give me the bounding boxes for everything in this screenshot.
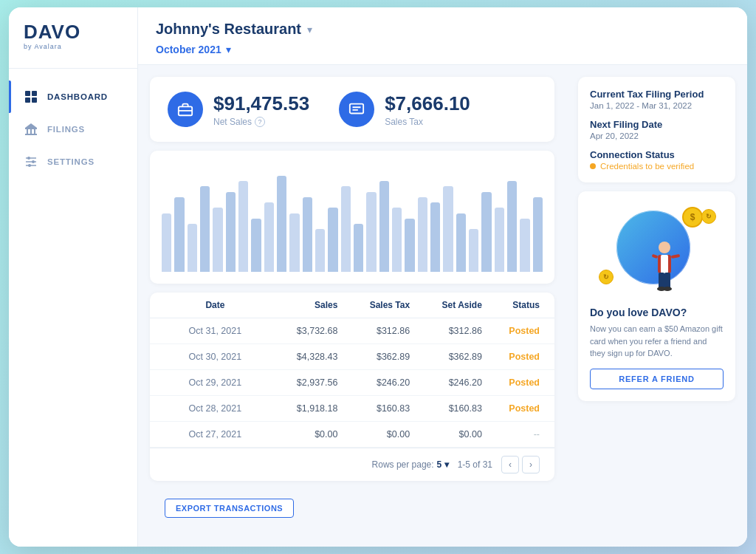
chart-bar — [277, 176, 286, 272]
chart-bar — [303, 197, 312, 272]
chart-bar — [507, 181, 517, 272]
right-panel: Current Tax Filing Period Jan 1, 2022 - … — [566, 65, 747, 547]
sales-tax-stat: $7,666.10 Sales Tax — [339, 92, 470, 127]
period-label: October 2021 — [156, 44, 221, 55]
chart-bar — [392, 208, 402, 272]
col-status: Status — [482, 300, 540, 310]
row-date: Oct 30, 2021 — [165, 352, 266, 362]
period-chevron-icon: ▾ — [226, 44, 231, 55]
small-coin2-icon: ↻ — [701, 209, 716, 224]
sales-tax-value: $7,666.10 — [385, 92, 470, 115]
chart-bar — [264, 202, 274, 272]
row-status: Posted — [482, 326, 540, 336]
net-sales-value: $91,475.53 — [213, 92, 309, 115]
next-filing-value: Apr 20, 2022 — [590, 131, 724, 140]
current-period-section: Current Tax Filing Period Jan 1, 2022 - … — [590, 89, 724, 110]
sidebar-item-settings[interactable]: SETTINGS — [9, 146, 137, 178]
connection-title: Connection Status — [590, 149, 724, 160]
svg-rect-24 — [659, 273, 664, 289]
promo-title: Do you love DAVO? — [590, 307, 724, 318]
chart-bar — [443, 186, 453, 272]
sales-tax-label: Sales Tax — [385, 117, 470, 127]
dashboard-label: DASHBOARD — [47, 92, 108, 101]
chart-bar — [354, 224, 363, 272]
nav-menu: DASHBOARD FILINGS — [9, 69, 137, 190]
filings-label: FILINGS — [47, 125, 85, 134]
row-set-aside: $362.89 — [410, 352, 482, 362]
svg-rect-28 — [651, 254, 658, 259]
export-area: EXPORT TRANSACTIONS — [150, 490, 554, 527]
promo-description: Now you can earn a $50 Amazon gift card … — [590, 323, 724, 360]
main-content: Johnny's Restaurant ▾ October 2021 ▾ — [138, 7, 747, 547]
row-set-aside: $312.86 — [410, 326, 482, 336]
prev-page-button[interactable]: ‹ — [501, 456, 519, 473]
row-date: Oct 31, 2021 — [165, 326, 266, 336]
chart-bar — [469, 229, 478, 272]
sidebar-item-dashboard[interactable]: DASHBOARD — [9, 81, 137, 113]
table-row: Oct 28, 2021 $1,918.18 $160.83 $160.83 P… — [150, 396, 554, 422]
sidebar-item-filings[interactable]: FILINGS — [9, 113, 137, 146]
period-selector[interactable]: October 2021 ▾ — [156, 44, 729, 55]
chart-bar — [520, 219, 529, 272]
main-coin-icon: $ — [682, 207, 703, 228]
connection-section: Connection Status Credentials to be veri… — [590, 149, 724, 171]
row-status: Posted — [482, 403, 540, 414]
content-area: $91,475.53 Net Sales ? — [138, 65, 747, 547]
svg-point-27 — [663, 287, 672, 291]
row-sales: $2,937.56 — [266, 377, 338, 388]
refer-friend-button[interactable]: REFER A FRIEND — [590, 369, 724, 389]
chart-bar — [174, 197, 184, 272]
row-date: Oct 28, 2021 — [165, 403, 266, 414]
svg-point-15 — [28, 164, 31, 167]
chart-bar — [366, 192, 376, 272]
svg-rect-5 — [27, 129, 28, 134]
next-page-button[interactable]: › — [522, 456, 540, 473]
row-sales-tax: $246.20 — [337, 377, 410, 388]
chart-card — [150, 151, 554, 284]
logo-area: DAVO by Avalara — [9, 7, 137, 69]
net-sales-info-icon[interactable]: ? — [255, 117, 265, 127]
table-row: Oct 27, 2021 $0.00 $0.00 $0.00 -- — [150, 422, 554, 448]
rows-per-page-value[interactable]: 5 ▾ — [437, 459, 449, 470]
chart-bar — [456, 213, 466, 272]
col-sales: Sales — [266, 300, 338, 310]
row-set-aside: $246.20 — [410, 377, 482, 388]
chart-bar — [289, 213, 299, 272]
status-text: Credentials to be verified — [600, 162, 694, 171]
row-set-aside: $160.83 — [410, 403, 482, 414]
small-coin-icon: ↻ — [599, 270, 614, 284]
current-period-value: Jan 1, 2022 - Mar 31, 2022 — [590, 101, 724, 110]
tax-icon — [339, 92, 374, 127]
briefcase-icon — [168, 92, 203, 127]
chart-bar — [200, 186, 210, 272]
chart-bar — [405, 219, 414, 272]
chart-bar — [379, 181, 389, 272]
net-sales-label: Net Sales ? — [213, 117, 309, 127]
stats-card: $91,475.53 Net Sales ? — [150, 77, 554, 142]
table-row: Oct 29, 2021 $2,937.56 $246.20 $246.20 P… — [150, 370, 554, 396]
table-card: Date Sales Sales Tax Set Aside Status Oc… — [150, 293, 554, 481]
page-nav: ‹ › — [501, 456, 540, 473]
rows-per-page: Rows per page: 5 ▾ — [372, 459, 449, 470]
row-status: Posted — [482, 377, 540, 388]
chart-bar — [226, 192, 236, 272]
rows-per-page-label: Rows per page: — [372, 459, 434, 470]
restaurant-selector[interactable]: Johnny's Restaurant ▾ — [156, 21, 729, 38]
net-sales-stat: $91,475.53 Net Sales ? — [168, 92, 309, 127]
center-panel: $91,475.53 Net Sales ? — [138, 65, 566, 547]
grid-icon — [24, 89, 38, 104]
row-sales: $3,732.68 — [266, 326, 338, 336]
svg-rect-25 — [664, 273, 670, 289]
svg-rect-7 — [34, 129, 35, 134]
chart-bar — [251, 219, 261, 272]
table-row: Oct 30, 2021 $4,328.43 $362.89 $362.89 P… — [150, 344, 554, 370]
restaurant-name: Johnny's Restaurant — [156, 21, 301, 38]
export-transactions-button[interactable]: EXPORT TRANSACTIONS — [165, 499, 294, 518]
next-filing-section: Next Filing Date Apr 20, 2022 — [590, 119, 724, 140]
svg-rect-29 — [670, 254, 680, 259]
chart-bar — [188, 224, 197, 272]
row-sales-tax: $312.86 — [337, 326, 410, 336]
row-status: -- — [482, 429, 540, 440]
row-sales-tax: $0.00 — [337, 429, 410, 440]
logo-subtitle: by Avalara — [24, 43, 123, 50]
